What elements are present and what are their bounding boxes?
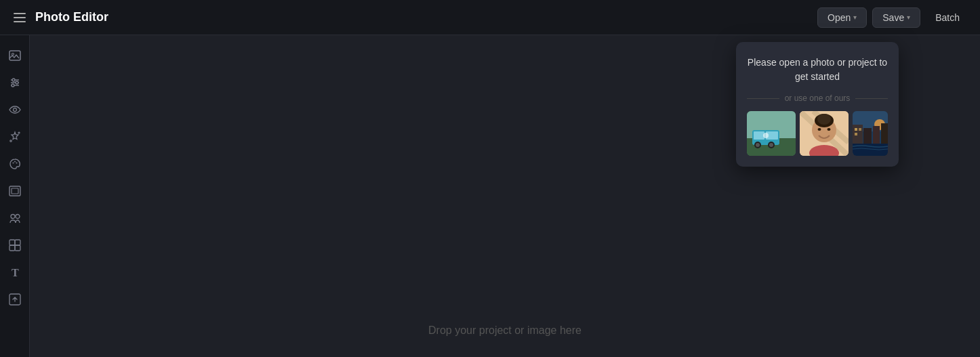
- popup-divider: or use one of ours: [747, 93, 888, 103]
- svg-rect-0: [9, 51, 20, 60]
- svg-rect-19: [15, 240, 20, 245]
- open-button[interactable]: Open ▾: [817, 7, 867, 28]
- open-chevron-icon: ▾: [853, 14, 857, 21]
- batch-button[interactable]: Batch: [926, 8, 969, 27]
- main-layout: T Please open a photo or project to get …: [0, 35, 980, 357]
- export-icon[interactable]: [3, 287, 27, 312]
- eye-icon[interactable]: [3, 98, 27, 122]
- adjustments-icon[interactable]: [3, 70, 27, 95]
- svg-point-8: [13, 108, 16, 112]
- svg-point-11: [12, 163, 14, 164]
- save-chevron-icon: ▾: [907, 14, 910, 21]
- app-title: Photo Editor: [35, 10, 108, 24]
- header: Photo Editor Open ▾ Save ▾ Batch: [0, 0, 980, 35]
- popup-title: Please open a photo or project to get st…: [747, 56, 888, 84]
- save-button[interactable]: Save ▾: [872, 7, 920, 28]
- canal-thumbnail[interactable]: [853, 111, 888, 156]
- svg-point-7: [12, 84, 14, 87]
- svg-point-16: [11, 215, 15, 219]
- drop-text: Drop your project or image here: [428, 324, 581, 337]
- svg-point-43: [828, 128, 831, 131]
- menu-icon[interactable]: [11, 10, 28, 25]
- image-icon[interactable]: [3, 43, 27, 68]
- svg-rect-21: [15, 245, 20, 251]
- person-thumbnail[interactable]: [800, 111, 849, 156]
- svg-rect-52: [855, 128, 857, 131]
- palette-icon[interactable]: [3, 152, 27, 176]
- svg-point-41: [817, 114, 831, 125]
- popup-images: [747, 111, 888, 156]
- svg-point-5: [12, 79, 15, 81]
- svg-rect-18: [9, 240, 15, 245]
- header-right: Open ▾ Save ▾ Batch: [817, 7, 969, 28]
- svg-point-13: [16, 163, 17, 164]
- svg-point-17: [16, 215, 20, 219]
- svg-point-31: [756, 143, 760, 147]
- svg-text:T: T: [12, 267, 19, 278]
- svg-point-12: [14, 161, 16, 163]
- svg-point-1: [12, 54, 14, 56]
- svg-point-34: [763, 133, 769, 138]
- save-label: Save: [882, 12, 904, 23]
- canvas-area[interactable]: Please open a photo or project to get st…: [30, 35, 980, 357]
- svg-rect-15: [12, 188, 18, 194]
- svg-point-33: [769, 143, 773, 147]
- divider-line-left: [747, 98, 779, 99]
- header-left: Photo Editor: [11, 10, 108, 25]
- open-label: Open: [828, 12, 851, 23]
- text-icon[interactable]: T: [3, 260, 27, 285]
- van-thumbnail[interactable]: [747, 111, 796, 156]
- svg-point-6: [16, 81, 18, 84]
- divider-line-right: [855, 98, 888, 99]
- svg-rect-20: [9, 245, 15, 251]
- divider-text: or use one of ours: [785, 93, 851, 103]
- svg-point-10: [18, 132, 20, 133]
- frame-icon[interactable]: [3, 179, 27, 203]
- popup-card: Please open a photo or project to get st…: [736, 42, 899, 167]
- svg-rect-28: [754, 131, 764, 140]
- sidebar: T: [0, 35, 30, 357]
- svg-rect-54: [855, 133, 857, 135]
- svg-point-42: [818, 128, 821, 131]
- faces-icon[interactable]: [3, 206, 27, 230]
- svg-point-9: [9, 140, 11, 142]
- svg-rect-53: [859, 128, 861, 131]
- smart-icon[interactable]: [3, 233, 27, 257]
- effects-icon[interactable]: [3, 125, 27, 149]
